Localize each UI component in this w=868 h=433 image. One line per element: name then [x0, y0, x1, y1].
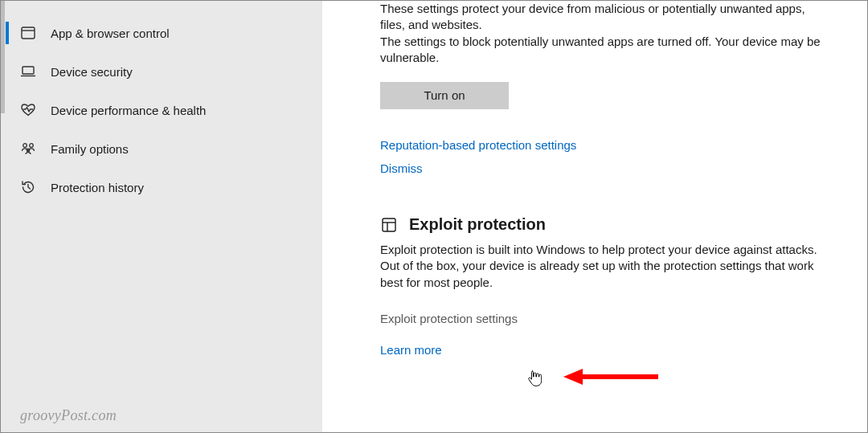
sidebar-item-label: Device performance & health: [51, 104, 206, 117]
exploit-protection-title: Exploit protection: [409, 215, 546, 234]
sidebar-item-label: Device security: [51, 65, 133, 79]
reputation-description-2: The settings to block potentially unwant…: [380, 34, 830, 67]
dismiss-link[interactable]: Dismiss: [380, 161, 835, 175]
sidebar-item-device-performance[interactable]: Device performance & health: [1, 91, 322, 129]
main-content: These settings protect your device from …: [322, 1, 867, 432]
sidebar-item-label: Family options: [51, 142, 129, 156]
sidebar-item-label: App & browser control: [51, 27, 170, 40]
svg-point-5: [30, 144, 34, 148]
sidebar: App & browser control Device security De…: [1, 1, 322, 432]
sidebar-item-family-options[interactable]: Family options: [1, 129, 322, 168]
turn-on-button[interactable]: Turn on: [380, 82, 509, 109]
learn-more-link[interactable]: Learn more: [380, 343, 835, 357]
sidebar-item-app-browser-control[interactable]: App & browser control: [1, 14, 322, 52]
watermark-text: groovyPost.com: [20, 407, 117, 424]
svg-rect-7: [383, 219, 395, 231]
sidebar-item-device-security[interactable]: Device security: [1, 52, 322, 91]
svg-point-4: [23, 144, 27, 148]
exploit-protection-settings-link[interactable]: Exploit protection settings: [380, 312, 518, 325]
svg-rect-2: [23, 67, 34, 74]
svg-rect-0: [22, 27, 35, 39]
history-icon: [20, 179, 36, 195]
sidebar-item-protection-history[interactable]: Protection history: [1, 168, 322, 206]
exploit-protection-description: Exploit protection is built into Windows…: [380, 242, 830, 291]
reputation-description-1: These settings protect your device from …: [380, 1, 830, 34]
family-icon: [20, 141, 36, 157]
browser-icon: [20, 25, 36, 41]
reputation-settings-link[interactable]: Reputation-based protection settings: [380, 138, 835, 152]
sidebar-item-label: Protection history: [51, 181, 144, 194]
exploit-protection-icon: [380, 216, 398, 234]
health-icon: [20, 102, 36, 118]
laptop-icon: [20, 63, 36, 80]
exploit-protection-heading-row: Exploit protection: [380, 215, 835, 234]
